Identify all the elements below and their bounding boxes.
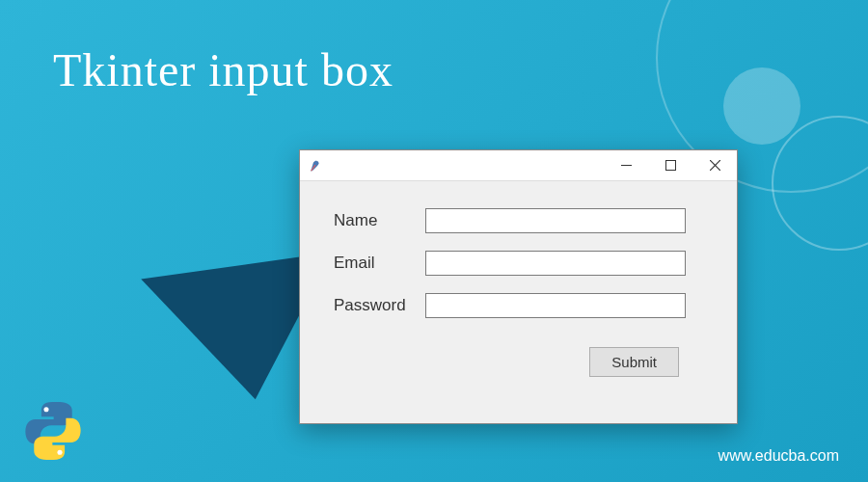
- page-title: Tkinter input box: [53, 43, 393, 96]
- name-label: Name: [334, 211, 425, 230]
- window-controls: [604, 150, 737, 180]
- form-row-name: Name: [334, 208, 703, 233]
- minimize-button[interactable]: [604, 150, 648, 180]
- password-field[interactable]: [425, 293, 686, 318]
- tk-feather-icon: [308, 158, 323, 174]
- email-label: Email: [334, 254, 425, 273]
- tkinter-window: Name Email Password Submit: [299, 149, 738, 424]
- svg-point-5: [57, 450, 62, 455]
- form-row-password: Password: [334, 293, 703, 318]
- form-row-email: Email: [334, 251, 703, 276]
- password-label: Password: [334, 296, 425, 315]
- decorative-circle-filled: [723, 67, 800, 145]
- svg-point-4: [43, 407, 48, 412]
- website-url: www.educba.com: [719, 447, 839, 465]
- submit-button[interactable]: Submit: [589, 347, 679, 377]
- svg-rect-1: [665, 161, 675, 171]
- python-logo-icon: [19, 397, 87, 465]
- email-field[interactable]: [425, 251, 686, 276]
- window-body: Name Email Password Submit: [300, 181, 737, 396]
- close-button[interactable]: [692, 150, 737, 180]
- button-row: Submit: [334, 347, 703, 377]
- name-input[interactable]: [425, 208, 686, 233]
- maximize-button[interactable]: [648, 150, 692, 180]
- window-titlebar: [300, 150, 737, 181]
